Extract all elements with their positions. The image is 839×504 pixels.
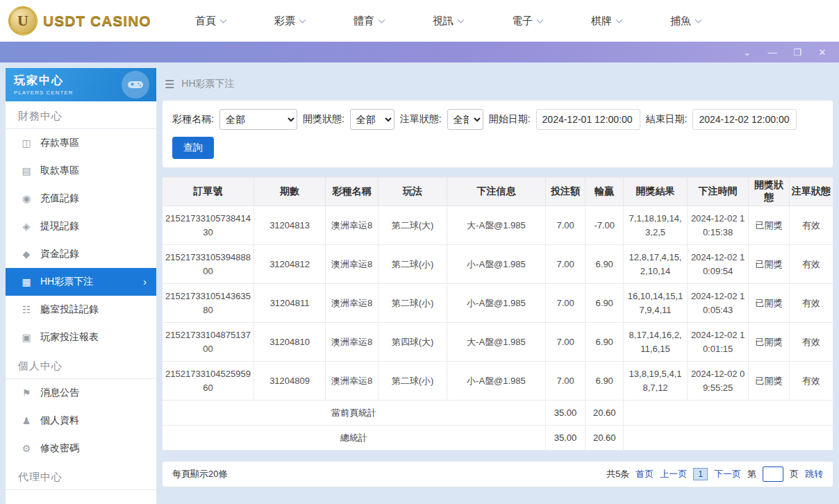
sidebar-item-announcements[interactable]: ⚑消息公告: [6, 379, 156, 407]
sidebar-item-hall-bet-record[interactable]: ☷廳室投註記錄: [6, 296, 156, 324]
sidebar-subtitle: PLAYERS CENTER: [14, 90, 73, 96]
sidebar-header-text: 玩家中心 PLAYERS CENTER: [14, 74, 73, 96]
nav-item-lottery[interactable]: 彩票: [249, 15, 329, 28]
pager: 共5条 首页 上一页 1 下一页 第 页 跳转: [606, 467, 823, 482]
search-button[interactable]: 查詢: [172, 137, 214, 159]
hamburger-icon[interactable]: ☰: [165, 78, 174, 91]
cell-draw-status: 已開獎: [749, 245, 790, 284]
sidebar-item-withdraw[interactable]: ▤取款專區: [6, 157, 156, 185]
cell-draw-result: 16,10,14,15,17,9,4,11: [624, 284, 688, 323]
cell-winloss: 6.90: [585, 362, 624, 401]
summary-winloss: 20.60: [585, 401, 624, 426]
sidebar-item-label: 取款專區: [40, 165, 79, 177]
summary-row-current-page: 當前頁統計 35.00 20.60: [163, 401, 833, 426]
main-menu: 首頁 彩票 體育 視訊 電子 棋牌 捕魚: [170, 15, 724, 28]
page-size-text: 每頁顯示20條: [172, 468, 227, 480]
cell-bet-time: 2024-12-02 10:15:38: [688, 206, 749, 245]
lottery-name-select[interactable]: 全部: [219, 109, 297, 130]
col-header-winloss: 輸贏: [585, 178, 624, 206]
col-header-draw-status: 開獎狀態: [749, 178, 790, 206]
end-date-input[interactable]: [692, 109, 797, 130]
prev-page-link[interactable]: 上一页: [660, 468, 687, 480]
cell-lottery-name: 澳洲幸运8: [326, 362, 379, 401]
cell-play-type: 第四球(大): [379, 323, 447, 362]
cell-bet-time: 2024-12-02 10:09:54: [688, 245, 749, 284]
close-icon[interactable]: ✕: [817, 48, 828, 57]
cell-bet-info: 小-A盤@1.985: [447, 245, 546, 284]
sidebar-item-label: HH彩票下注: [40, 276, 93, 288]
sidebar-item-withdrawal-record[interactable]: ◈提現記錄: [6, 212, 156, 240]
gamepad-icon: [122, 71, 149, 99]
funds-record-icon: ◆: [21, 249, 32, 260]
minimize-icon[interactable]: —: [767, 48, 778, 57]
nav-item-cards[interactable]: 棋牌: [566, 15, 645, 28]
cell-draw-result: 13,8,19,5,4,18,7,12: [624, 362, 688, 401]
end-date-label: 結束日期:: [646, 113, 688, 126]
sidebar-item-label: 玩家投注報表: [40, 331, 99, 344]
col-header-bet-amount: 投注額: [545, 178, 585, 206]
cell-lottery-name: 澳洲幸运8: [326, 323, 379, 362]
bet-status-select[interactable]: 全部: [447, 109, 483, 130]
filter-panel: 彩種名稱: 全部 開獎狀態: 全部 注單狀態: 全部 開始日期: 結束日期: 查…: [162, 100, 833, 168]
filter-row: 彩種名稱: 全部 開獎狀態: 全部 注單狀態: 全部 開始日期: 結束日期:: [172, 109, 823, 130]
nav-item-slots[interactable]: 電子: [487, 15, 566, 28]
hall-bet-record-icon: ☷: [21, 304, 32, 315]
sidebar: 玩家中心 PLAYERS CENTER 財務中心 ◫存款專區 ▤取款專區 ◉充值…: [6, 68, 156, 504]
bell-icon: ⚑: [21, 387, 32, 398]
brand-name: USDT CASINO: [43, 12, 151, 29]
bets-table: 訂單號 期數 彩種名稱 玩法 下注信息 投注額 輸贏 開獎結果 下注時間 開獎狀…: [163, 177, 833, 451]
next-page-link[interactable]: 下一页: [714, 468, 741, 480]
col-header-play-type: 玩法: [379, 178, 447, 206]
col-header-bet-time: 下注時間: [688, 178, 749, 206]
col-header-bet-info: 下注信息: [447, 178, 546, 206]
summary-bet-amount: 35.00: [545, 401, 585, 426]
brand: U USDT CASINO: [0, 6, 170, 35]
cell-bet-amount: 7.00: [545, 206, 585, 245]
sidebar-item-funds-record[interactable]: ◆資金記錄: [6, 240, 156, 268]
start-date-input[interactable]: [536, 109, 640, 130]
sidebar-item-deposit[interactable]: ◫存款專區: [6, 129, 156, 157]
maximize-icon[interactable]: ❒: [792, 48, 803, 57]
cell-bet-status: 有效: [789, 206, 833, 245]
nav-item-fishing[interactable]: 捕魚: [645, 15, 724, 28]
chevron-right-icon: ›: [143, 276, 147, 287]
lottery-bets-icon: ▦: [21, 276, 32, 287]
cell-period: 31204812: [254, 245, 325, 284]
goto-page-input[interactable]: [763, 467, 783, 482]
nav-item-video[interactable]: 視訊: [408, 15, 487, 28]
summary-empty: [624, 401, 833, 426]
sidebar-header: 玩家中心 PLAYERS CENTER: [6, 68, 156, 101]
sidebar-item-recharge-record[interactable]: ◉充值記錄: [6, 185, 156, 212]
sidebar-item-change-password[interactable]: ⚙修改密碼: [6, 435, 156, 462]
cell-bet-status: 有效: [789, 362, 833, 401]
cell-bet-time: 2024-12-02 10:01:15: [688, 323, 749, 362]
draw-status-select[interactable]: 全部: [350, 109, 394, 130]
nav-item-label: 體育: [354, 15, 374, 28]
chevron-down-icon: [458, 16, 465, 23]
chevron-down-icon: [379, 16, 385, 23]
start-date-label: 開始日期:: [489, 113, 531, 126]
chevron-down-icon: [537, 16, 544, 23]
sidebar-item-hh-lottery-bets[interactable]: ▦HH彩票下注›: [6, 268, 156, 296]
sidebar-item-label: 個人資料: [40, 414, 79, 427]
sidebar-item-label: 資金記錄: [40, 248, 79, 260]
current-page-indicator: 1: [693, 468, 708, 480]
col-header-draw-result: 開獎結果: [624, 178, 688, 206]
cell-order-id: 2152173310573841430: [163, 206, 254, 245]
brand-logo-icon: U: [8, 6, 38, 35]
first-page-link[interactable]: 首页: [636, 468, 654, 480]
sidebar-item-player-bet-report[interactable]: ▣玩家投注報表: [6, 324, 156, 351]
chevron-down-icon[interactable]: ⌄: [742, 48, 753, 57]
goto-prefix-label: 第: [747, 468, 756, 480]
goto-button[interactable]: 跳转: [805, 468, 823, 480]
nav-item-sports[interactable]: 體育: [329, 15, 408, 28]
top-navbar: U USDT CASINO 首頁 彩票 體育 視訊 電子 棋牌 捕魚: [0, 0, 839, 42]
main-panel: ☰ HH彩票下注 彩種名稱: 全部 開獎狀態: 全部 注單狀態: 全部 開始日期…: [162, 68, 833, 504]
sidebar-item-label: 提現記錄: [40, 220, 79, 233]
table-row: 2152173310514363580 31204811 澳洲幸运8 第二球(小…: [163, 284, 833, 323]
sidebar-item-label: 存款專區: [40, 137, 79, 149]
nav-item-label: 首頁: [195, 15, 216, 28]
sidebar-item-profile[interactable]: ♟個人資料: [6, 407, 156, 435]
nav-item-home[interactable]: 首頁: [170, 15, 249, 28]
bets-table-card: 訂單號 期數 彩種名稱 玩法 下注信息 投注額 輸贏 開獎結果 下注時間 開獎狀…: [162, 176, 833, 451]
